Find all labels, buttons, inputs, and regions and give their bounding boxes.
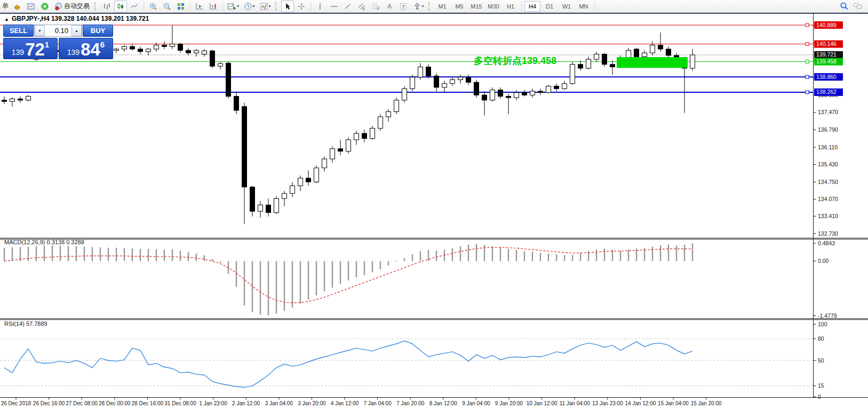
text-tool-button[interactable]: A	[383, 1, 396, 12]
candle-body	[114, 49, 119, 50]
tf-button-W1[interactable]: W1	[559, 1, 575, 12]
svg-text:F: F	[377, 7, 379, 11]
signals-icon[interactable]	[38, 1, 51, 12]
cursor-tool-button[interactable]	[281, 1, 294, 12]
volume-increase-button[interactable]: ▲	[71, 25, 82, 36]
candle-body	[570, 65, 575, 84]
price-badge-label: 139.458	[816, 58, 837, 65]
crosshair-tool-button[interactable]	[295, 1, 308, 12]
auto-scroll-button[interactable]	[193, 1, 206, 12]
time-tick-label: 31 Dec 08:00	[164, 400, 196, 406]
new-order-label[interactable]: 单	[2, 2, 9, 11]
new-order-icon[interactable]	[11, 1, 23, 12]
toolbar-grip[interactable]	[275, 2, 278, 11]
candlestick-mode-button[interactable]	[114, 1, 127, 12]
candle-body	[226, 63, 231, 96]
candle-body	[202, 51, 207, 54]
toolbar-separator	[521, 2, 522, 11]
svg-text:E: E	[363, 7, 365, 11]
volume-stepper: ▼ 0.10 ▲	[34, 25, 82, 37]
vertical-line-tool-button[interactable]	[314, 1, 327, 12]
channel-tool-button[interactable]: E	[355, 1, 368, 12]
buy-button[interactable]: BUY	[83, 25, 113, 37]
volume-input[interactable]: 0.10	[45, 25, 71, 36]
candle-body	[490, 90, 495, 100]
price-tick-label: 136.110	[818, 144, 838, 150]
price-badge-label: 138.860	[816, 74, 837, 80]
candle-body	[218, 63, 223, 66]
candle-body	[186, 50, 191, 53]
trendline-tool-button[interactable]	[341, 1, 354, 12]
buy-quote[interactable]: 139846	[59, 38, 113, 59]
candle-body	[194, 50, 199, 53]
line-chart-mode-button[interactable]	[128, 1, 141, 12]
tile-windows-button[interactable]	[174, 1, 187, 12]
text-label-tool-button[interactable]: T	[397, 1, 410, 12]
time-tick-label: 10 Jan 12:00	[527, 400, 558, 406]
candle-body	[626, 50, 631, 58]
tf-button-D1[interactable]: D1	[541, 1, 558, 12]
chart-title-text: GBPJPY-,H4 139.328 140.044 139.201 139.7…	[12, 15, 149, 22]
candle-body	[434, 76, 439, 87]
candle-body	[210, 51, 215, 66]
shapes-tool-button[interactable]: ▾	[411, 1, 426, 12]
chat-icon[interactable]	[851, 0, 864, 12]
mt4-window: 单 自动交易 ▾ ▾ ▾ E F A T ▾ M1M	[0, 0, 868, 409]
tf-button-M5[interactable]: M5	[451, 1, 467, 12]
autotrade-button[interactable]: 自动交易	[52, 1, 92, 12]
candle-body	[354, 133, 359, 140]
candle-body	[130, 46, 135, 49]
time-tick-label: 9 Jan 04:00	[462, 400, 490, 406]
volume-decrease-button[interactable]: ▼	[35, 25, 45, 36]
candle-body	[298, 178, 303, 186]
sell-quote[interactable]: 139721	[3, 38, 58, 59]
market-watch-icon[interactable]	[25, 1, 37, 12]
tf-button-H4[interactable]: H4	[524, 1, 540, 12]
collapse-arrow-icon[interactable]: ▲	[4, 17, 9, 22]
time-tick-label: 7 Jan 04:00	[363, 400, 392, 406]
fibonacci-tool-button[interactable]: F	[369, 1, 382, 12]
sell-button[interactable]: SELL	[3, 25, 34, 37]
zoom-in-button[interactable]	[147, 1, 160, 12]
tf-button-MN[interactable]: MN	[576, 1, 592, 12]
period-button[interactable]: ▾	[242, 1, 257, 12]
hline-anchor[interactable]	[806, 60, 809, 63]
candle-body	[18, 99, 23, 100]
candle-body	[370, 129, 375, 139]
time-tick-label: 14 Jan 12:00	[625, 400, 656, 406]
candle-body	[410, 77, 415, 89]
time-tick-label: 8 Jan 12:00	[429, 400, 458, 406]
candle-body	[178, 44, 183, 50]
zoom-out-button[interactable]	[161, 1, 173, 12]
candle-body	[234, 97, 239, 110]
candle-body	[442, 84, 447, 87]
chart-canvas[interactable]: 140.870140.190139.510138.830138.150137.4…	[0, 0, 868, 409]
rsi-axis-label: 80	[818, 335, 824, 342]
tf-button-M30[interactable]: M30	[485, 1, 501, 12]
indicators-button[interactable]: ▾	[258, 1, 273, 12]
trend-annotation[interactable]: 多空转折点139.458	[474, 54, 556, 67]
candle-body	[482, 95, 487, 100]
new-chart-button[interactable]: ▾	[226, 1, 241, 12]
candle-body	[610, 65, 615, 67]
toolbar-grip[interactable]	[94, 2, 98, 11]
candle-body	[658, 45, 663, 49]
search-icon[interactable]	[838, 0, 850, 12]
time-tick-label: 4 Jan 12:00	[331, 400, 359, 406]
macd-axis-label: 0.00	[818, 258, 829, 264]
hline-anchor[interactable]	[806, 75, 809, 78]
bar-chart-mode-button[interactable]	[100, 1, 113, 12]
tf-button-M15[interactable]: M15	[468, 1, 484, 12]
hline-anchor[interactable]	[806, 23, 809, 27]
chart-shift-button[interactable]	[207, 1, 220, 12]
hline-anchor[interactable]	[806, 43, 809, 46]
tf-button-H1[interactable]: H1	[503, 1, 519, 12]
horizontal-line-tool-button[interactable]	[328, 1, 340, 12]
autotrade-label: 自动交易	[64, 2, 90, 11]
tf-button-M1[interactable]: M1	[434, 1, 450, 12]
toolbar-grip[interactable]	[428, 2, 432, 11]
hline-anchor[interactable]	[806, 91, 809, 94]
candle-body	[514, 92, 519, 98]
pivot-zone-rectangle[interactable]	[617, 57, 688, 68]
candle-body	[418, 67, 423, 77]
